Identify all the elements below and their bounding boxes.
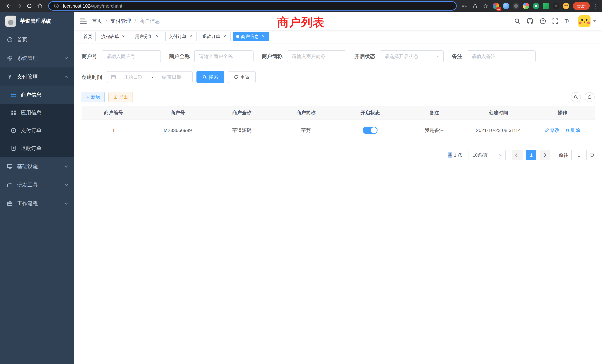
tab-refund-orders[interactable]: 退款订单 × xyxy=(199,32,231,41)
edit-link[interactable]: 修改 xyxy=(545,127,559,133)
page-size-value: 10条/页 xyxy=(473,152,488,158)
sidebar-item-payment-orders[interactable]: 支付订单 xyxy=(0,122,74,139)
password-key-icon[interactable] xyxy=(460,3,468,9)
top-navbar: 首页 / 支付管理 / 商户信息 商户列表 ? xyxy=(74,12,602,30)
date-start-placeholder: 开始日期 xyxy=(116,74,150,80)
merchant-no-input[interactable] xyxy=(102,50,161,62)
page-1-button[interactable]: 1 xyxy=(526,150,536,160)
avatar xyxy=(578,15,591,27)
page-size-select[interactable]: 10条/页 xyxy=(469,150,506,160)
extension-dark-icon[interactable] xyxy=(513,3,519,9)
tab-process-form[interactable]: 流程表单 × xyxy=(98,32,129,41)
sidebar-item-app-info[interactable]: 应用信息 xyxy=(0,104,74,122)
close-icon[interactable]: × xyxy=(222,34,227,39)
search-button[interactable]: 搜索 xyxy=(196,71,224,83)
export-button[interactable]: 导出 xyxy=(108,92,133,102)
user-menu[interactable] xyxy=(578,15,596,27)
dashboard-icon xyxy=(7,37,13,43)
extension-pinwheel-icon[interactable]: 10 xyxy=(493,3,499,9)
table-row: 1 M233666999 芋道源码 芋艿 我是备注 2021-10-23 08:… xyxy=(82,120,595,141)
close-icon[interactable]: × xyxy=(155,34,160,39)
url-host: localhost:1024 xyxy=(63,3,93,9)
download-icon xyxy=(113,95,117,99)
chevron-down-icon xyxy=(65,164,68,168)
search-icon[interactable] xyxy=(514,18,520,24)
toolbar-right xyxy=(571,92,595,102)
close-icon[interactable]: × xyxy=(261,34,266,39)
address-bar[interactable]: localhost:1024/pay/merchant xyxy=(48,1,457,11)
extension-green-square-icon[interactable] xyxy=(543,3,549,9)
sidebar-item-merchant-info[interactable]: 商户信息 xyxy=(0,86,74,104)
font-size-icon[interactable]: TT xyxy=(565,19,570,24)
browser-reload-button[interactable] xyxy=(24,1,34,11)
extension-multicolor-icon[interactable] xyxy=(523,3,529,9)
goto-page-input[interactable] xyxy=(571,150,587,160)
close-icon[interactable]: × xyxy=(121,34,126,39)
column-header: 创建时间 xyxy=(466,106,530,120)
sidebar-item-payment[interactable]: ¥ 支付管理 xyxy=(0,67,74,86)
status-select[interactable]: 请选择开启状态 xyxy=(380,50,444,62)
sidebar-item-infrastructure[interactable]: 基础设施 xyxy=(0,157,74,176)
url-text: localhost:1024/pay/merchant xyxy=(63,3,122,9)
add-button[interactable]: + 新增 xyxy=(82,92,105,102)
chevron-down-icon xyxy=(65,202,68,205)
sidebar-item-home[interactable]: 首页 xyxy=(0,30,74,49)
tab-home[interactable]: 首页 xyxy=(80,32,96,41)
short-name-input[interactable] xyxy=(287,50,346,62)
sidebar-item-refund-orders[interactable]: 退款订单 xyxy=(0,139,74,157)
refresh-table-button[interactable] xyxy=(585,92,595,102)
reset-button[interactable]: 重置 xyxy=(228,71,256,83)
create-time-range-picker[interactable]: 开始日期 - 结束日期 xyxy=(107,71,193,83)
full-name-label: 商户全称 xyxy=(169,53,190,60)
filter-row-2: 创建时间 开始日期 - 结束日期 搜索 xyxy=(82,71,595,83)
breadcrumb-home[interactable]: 首页 xyxy=(92,18,102,25)
status-toggle[interactable] xyxy=(363,127,377,134)
next-page-button[interactable] xyxy=(540,150,550,160)
hamburger-icon[interactable] xyxy=(80,18,87,24)
tab-label: 用户分组 xyxy=(135,33,153,40)
column-header: 操作 xyxy=(530,106,595,120)
tab-payment-orders[interactable]: 支付订单 × xyxy=(165,32,197,41)
sidebar-item-workflow[interactable]: 工作流程 xyxy=(0,194,74,213)
breadcrumb-separator: / xyxy=(106,18,107,24)
full-name-input[interactable] xyxy=(194,50,254,62)
close-icon[interactable]: × xyxy=(188,34,194,39)
sidebar-item-label: 商户信息 xyxy=(21,91,42,98)
browser-menu-icon[interactable]: ⋮ xyxy=(593,3,598,9)
sidebar-item-dev-tools[interactable]: 研发工具 xyxy=(0,176,74,194)
extension-green-circle-icon[interactable] xyxy=(533,3,539,9)
browser-back-button[interactable] xyxy=(4,1,13,11)
prev-page-button[interactable] xyxy=(512,150,523,160)
tab-label: 商户信息 xyxy=(241,33,259,40)
toggle-search-button[interactable] xyxy=(571,92,581,102)
bookmark-star-icon[interactable]: ☆ xyxy=(482,3,489,9)
tab-user-group[interactable]: 用户分组 × xyxy=(132,32,163,41)
merchant-no-label: 商户号 xyxy=(82,53,97,60)
tab-merchant-info[interactable]: 商户信息 × xyxy=(233,32,269,41)
date-separator: - xyxy=(150,74,155,80)
status-select-placeholder: 请选择开启状态 xyxy=(384,53,418,60)
sidebar-item-system[interactable]: 系统管理 xyxy=(0,49,74,67)
breadcrumb-payment[interactable]: 支付管理 xyxy=(110,18,131,25)
extension-orange-face-icon[interactable] xyxy=(563,3,569,9)
fullscreen-icon[interactable] xyxy=(552,18,558,24)
extension-black-icon[interactable] xyxy=(553,3,559,9)
chevron-down-icon xyxy=(437,54,440,58)
browser-update-button[interactable]: 更新 xyxy=(573,2,590,10)
browser-home-button[interactable] xyxy=(35,1,44,11)
document-icon xyxy=(10,146,17,151)
column-header: 商户简称 xyxy=(274,106,338,120)
help-icon[interactable]: ? xyxy=(540,18,546,24)
app-logo[interactable]: 芋道管理系统 xyxy=(0,12,74,30)
page-info-icon[interactable] xyxy=(53,3,60,9)
remark-input[interactable] xyxy=(467,50,536,62)
extension-blue-icon[interactable] xyxy=(503,3,509,9)
github-icon[interactable] xyxy=(527,18,533,24)
delete-link[interactable]: 删除 xyxy=(566,127,580,133)
tab-label: 退款订单 xyxy=(202,33,220,40)
status-label: 开启状态 xyxy=(354,53,375,60)
share-icon[interactable] xyxy=(471,3,479,9)
browser-forward-button[interactable] xyxy=(14,1,24,11)
cell-remark: 我是备注 xyxy=(402,120,466,141)
grid-icon xyxy=(10,110,17,116)
